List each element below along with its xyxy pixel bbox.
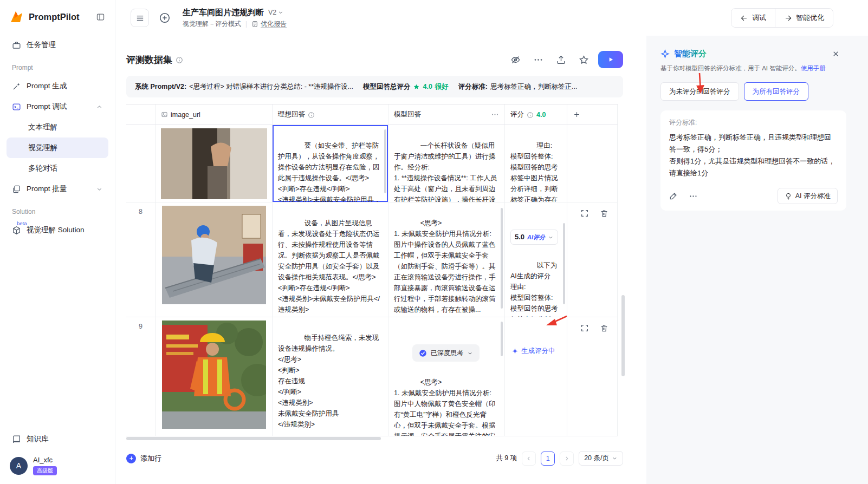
criteria-card-label: 评分标准: [669, 118, 838, 127]
table-row: 9 [126, 317, 618, 436]
smart-optimize-label: 智能优化 [796, 13, 824, 23]
ideal-answer-cell[interactable]: 物手持橙色绳索，未发现设备违规操作情况。 </思考> <判断> 存在违规 </判… [273, 317, 388, 436]
sidebar-item-visual-solution[interactable]: beta 视觉理解 Solution [7, 220, 108, 240]
mode-label: 视觉理解－评分模式 [183, 19, 241, 29]
more-actions-button[interactable] [530, 51, 546, 68]
score-all-button[interactable]: 为所有回答评分 [744, 82, 809, 101]
page-size-selector[interactable]: 20 条/页 [579, 451, 623, 466]
summary-bar: 系统 Prompt/V2: <思考过程> 对错误样本进行分类总结: - **违规… [126, 76, 623, 97]
cell-scrollbar[interactable] [563, 223, 565, 304]
sidebar-section-prompt: Prompt [7, 55, 108, 76]
model-answer-cell[interactable]: <思考> 1. 未佩戴安全防护用具情况分析: 图片中操作设备的人员佩戴了蓝色工作… [388, 202, 505, 317]
row-actions-cell [567, 202, 618, 317]
column-header-image[interactable]: image_url [156, 104, 273, 125]
menu-button[interactable] [131, 9, 149, 27]
score-unscored-button[interactable]: 为未评分的回答评分 [660, 82, 739, 101]
row-actions-cell [567, 125, 618, 202]
panel-title: 智能评分 [674, 49, 707, 59]
chevron-down-icon[interactable] [96, 186, 103, 193]
debug-button[interactable]: 调试 [731, 9, 775, 27]
prev-page-button[interactable] [522, 452, 536, 466]
run-button[interactable] [598, 51, 623, 68]
row-image-cell[interactable] [156, 125, 273, 202]
book-icon [12, 435, 21, 444]
version-selector[interactable]: V2 [268, 9, 284, 16]
model-answer-cell[interactable]: 已深度思考 <思考> 1. 未佩戴安全防护用具情况分析: 图片中人物佩戴了黄色安… [388, 317, 505, 436]
score-cell[interactable]: 5.0 AI评分 以下为AI生成的评分 理由: 模型回答整体: 模型回答的思考标… [505, 202, 567, 317]
add-column-header[interactable] [567, 104, 618, 125]
sidebar-collapse-icon[interactable] [96, 12, 105, 22]
ideal-answer-cell[interactable]: 设备，从图片呈现信息看，未发现设备处于危险状态仍运行、未按操作规程使用设备等情况… [273, 202, 388, 317]
vertical-scrollbar-thumb[interactable] [621, 295, 625, 376]
sidebar-item-text-understanding[interactable]: 文本理解 [7, 117, 108, 138]
favorite-button[interactable] [575, 51, 592, 68]
score-cell[interactable]: 理由: 模型回答整体: 模型回答的思考标签中图片情况分析详细，判断标签正确为存在… [505, 125, 567, 202]
column-more-icon[interactable] [491, 110, 499, 119]
upload-button[interactable] [553, 51, 569, 68]
plan-badge: 高级版 [33, 466, 57, 475]
sidebar-section-solution: Solution [7, 199, 108, 220]
ai-score-badge: AI评分 [527, 232, 545, 243]
page-number[interactable]: 1 [541, 452, 555, 466]
info-icon[interactable] [527, 112, 534, 119]
ideal-answer-cell[interactable]: 要（如安全带、护栏等防护用具），从设备操作角度观察，操作设备的方法明显存在危险，… [273, 125, 388, 202]
terminal-icon [12, 102, 21, 112]
sidebar-item-prompt-debug[interactable]: Prompt 调试 [7, 96, 108, 117]
cell-scrollbar[interactable] [384, 129, 386, 193]
dataset-table: image_url 理想回答 模型回答 [126, 104, 618, 441]
column-header-score[interactable]: 评分 4.0 [505, 104, 567, 125]
sidebar-item-label: 任务管理 [27, 40, 56, 50]
info-icon[interactable] [176, 56, 183, 64]
divider: | [245, 20, 247, 28]
total-count: 共 9 项 [496, 454, 517, 463]
beta-badge: beta [17, 220, 27, 226]
ai-criteria-button[interactable]: AI 评分标准 [778, 188, 838, 204]
hide-columns-button[interactable] [507, 51, 523, 68]
edit-criteria-icon[interactable] [669, 192, 678, 200]
criteria-more-icon[interactable] [689, 192, 698, 201]
system-prompt-label: 系统 Prompt/V2: [135, 82, 186, 91]
column-header-ideal[interactable]: 理想回答 [273, 104, 388, 125]
smart-scoring-panel: 智能评分 基于你对模型回答的评分标准，用于 AI 智能评分。使用手册 为未评分的… [646, 36, 868, 484]
add-row-button[interactable]: 添加行 [126, 454, 161, 463]
row-image-cell[interactable] [156, 317, 273, 436]
deep-think-toggle[interactable]: 已深度思考 [412, 344, 480, 362]
score-cell[interactable]: 生成评分中 [505, 317, 567, 436]
content-row: 评测数据集 [115, 36, 868, 484]
chevron-down-icon [612, 455, 618, 461]
generating-score-status[interactable]: 生成评分中 [510, 343, 560, 356]
expand-row-icon[interactable] [580, 209, 589, 218]
cell-scrollbar[interactable] [501, 322, 503, 356]
close-icon[interactable] [832, 50, 840, 58]
column-header-model[interactable]: 模型回答 [388, 104, 505, 125]
row-image-cell[interactable] [156, 202, 273, 317]
sidebar-item-tasks[interactable]: 任务管理 [7, 35, 108, 55]
delete-row-icon[interactable] [600, 209, 608, 218]
sidebar-item-knowledge-base[interactable]: 知识库 [7, 429, 108, 449]
info-icon[interactable] [308, 112, 315, 119]
overall-score-rating: 很好 [435, 82, 449, 91]
cell-scrollbar[interactable] [501, 208, 503, 309]
sidebar-item-label: Prompt 生成 [27, 81, 67, 91]
sidebar-item-visual-understanding[interactable]: 视觉理解 [7, 138, 108, 158]
sparkle-star-icon [660, 49, 670, 58]
table-header-row: image_url 理想回答 模型回答 [126, 104, 618, 125]
sidebar-item-prompt-batch[interactable]: Prompt 批量 [7, 179, 108, 199]
sidebar-item-multi-turn[interactable]: 多轮对话 [7, 158, 108, 179]
new-task-button[interactable] [156, 9, 174, 27]
optimize-report-link[interactable]: 优化报告 [251, 19, 287, 29]
system-prompt-summary[interactable]: 系统 Prompt/V2: <思考过程> 对错误样本进行分类总结: - **违规… [135, 82, 353, 91]
expand-row-icon[interactable] [580, 324, 589, 332]
user-account[interactable]: A AI_xfc 高级版 [7, 449, 108, 475]
model-answer-text: <思考> 1. 未佩戴安全防护用具情况分析: 图片中操作设备的人员佩戴了蓝色工作… [394, 219, 496, 313]
chevron-up-icon[interactable] [96, 103, 103, 110]
smart-optimize-button[interactable]: 智能优化 [775, 9, 833, 27]
sidebar-item-prompt-gen[interactable]: Prompt 生成 [7, 76, 108, 96]
manual-link[interactable]: 使用手册 [801, 65, 826, 71]
score-selector[interactable]: 5.0 AI评分 [510, 230, 558, 245]
sidebar-item-label: 视觉理解 [28, 143, 57, 153]
next-page-button[interactable] [560, 452, 574, 466]
horizontal-scrollbar-thumb[interactable] [126, 437, 381, 440]
model-answer-cell[interactable]: 一个长杆状设备（疑似用于窗户清洁或维护的工具）进行操作。经分析: 1. **违规… [388, 125, 505, 202]
delete-row-icon[interactable] [600, 324, 608, 332]
